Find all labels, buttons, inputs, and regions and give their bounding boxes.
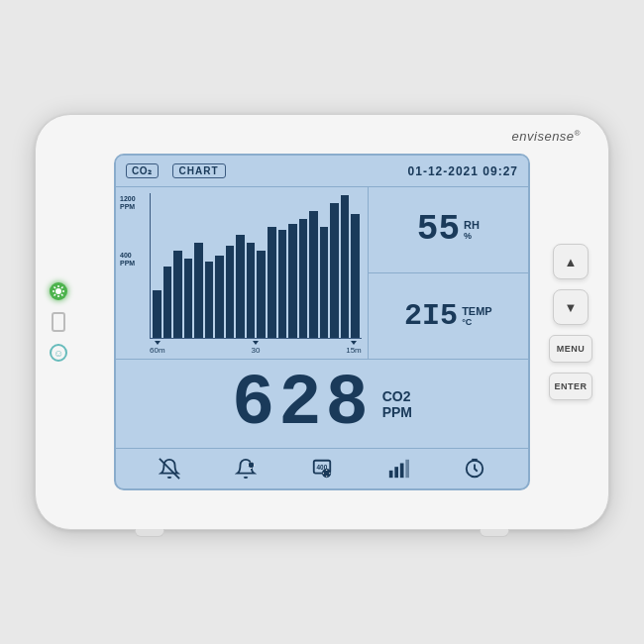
chart-area: 1200 PPM 400 PPM 60m — [116, 187, 369, 359]
temp-display: 2I5 TEMP °C — [369, 273, 528, 359]
svg-rect-22 — [389, 471, 393, 478]
chart-bar — [257, 251, 266, 338]
alarm-off-icon[interactable] — [156, 455, 183, 483]
co2-badge: CO₂ — [126, 163, 159, 178]
co2-unit: PPM — [382, 404, 412, 420]
chart-bar — [194, 243, 203, 338]
chart-bar — [205, 262, 214, 338]
temp-symbol: °C — [462, 317, 492, 327]
chart-x-labels: 60m 30 15m — [150, 341, 362, 355]
timer-icon[interactable] — [461, 455, 488, 483]
chart-bar — [163, 267, 172, 338]
chart-y-labels: 1200 PPM 400 PPM — [120, 195, 136, 268]
x-label-15m: 15m — [346, 341, 362, 355]
x-label-30: 30 — [251, 341, 260, 355]
chart-bar — [351, 214, 360, 338]
svg-rect-23 — [394, 467, 398, 478]
chart-bar — [299, 219, 308, 338]
alarm-settings-icon[interactable] — [232, 455, 260, 483]
svg-line-8 — [54, 294, 56, 296]
svg-line-5 — [54, 287, 56, 289]
humidity-display: 55 RH % — [369, 187, 528, 273]
chart-bar — [330, 203, 339, 338]
humidity-symbol: % — [464, 231, 480, 241]
datetime-display: 01-12-2021 09:27 — [408, 164, 518, 178]
enter-button[interactable]: ENTER — [549, 373, 592, 400]
chart-bar — [153, 290, 161, 338]
x-label-60m: 60m — [150, 341, 165, 355]
screen-bottombar: 400 — [116, 449, 528, 488]
smiley-indicator: ☺ — [50, 344, 67, 362]
svg-point-0 — [55, 288, 61, 294]
chart-bar — [247, 243, 256, 338]
y-label-bottom: 400 PPM — [120, 252, 136, 267]
chart-bar — [288, 224, 297, 338]
chart-bar — [278, 230, 287, 338]
co2-reading: 628 CO2 PPM — [116, 360, 528, 449]
menu-button[interactable]: MENU — [549, 335, 592, 363]
rect-indicator — [52, 312, 65, 332]
svg-line-6 — [61, 294, 63, 296]
foot-right — [480, 529, 509, 537]
chart-bar — [320, 227, 329, 338]
temp-value: 2I5 — [404, 301, 458, 331]
chart-bar — [226, 246, 235, 338]
stats-area: 55 RH % 2I5 TEMP °C — [369, 187, 528, 359]
humidity-value: 55 — [417, 212, 460, 248]
foot-left — [135, 529, 164, 537]
screen-topbar: CO₂ CHART 01-12-2021 09:27 — [116, 156, 528, 187]
temp-unit: TEMP — [462, 305, 492, 317]
humidity-unit-block: RH % — [464, 219, 480, 241]
svg-rect-25 — [405, 460, 409, 478]
chart-bar — [309, 211, 318, 338]
co2-labels: CO2 PPM — [382, 388, 412, 420]
calibration-icon[interactable]: 400 — [308, 455, 336, 483]
left-indicators: ☺ — [50, 282, 67, 362]
chart-icon[interactable] — [384, 455, 412, 483]
screen-middle: 1200 PPM 400 PPM 60m — [116, 187, 528, 360]
co2-label: CO2 — [382, 388, 412, 404]
down-button[interactable]: ▼ — [553, 289, 589, 325]
svg-line-9 — [160, 459, 179, 479]
main-screen: CO₂ CHART 01-12-2021 09:27 1200 PPM 400 … — [114, 154, 530, 490]
y-label-top: 1200 PPM — [120, 195, 136, 210]
svg-point-10 — [249, 463, 255, 469]
chart-bar — [341, 195, 350, 338]
up-button[interactable]: ▲ — [553, 244, 589, 279]
humidity-unit: RH — [464, 219, 480, 231]
sun-indicator — [50, 282, 67, 300]
chart-bar — [173, 251, 182, 338]
chart-bar — [236, 235, 245, 338]
chart-bar — [215, 256, 224, 338]
chart-bar — [184, 259, 193, 338]
right-buttons: ▲ ▼ MENU ENTER — [549, 244, 592, 400]
svg-line-7 — [61, 287, 63, 289]
brand-label: envisense® — [512, 129, 581, 144]
device-body: envisense® ☺ CO₂ CHART 01 — [35, 114, 609, 530]
co2-value: 628 — [232, 369, 373, 440]
chart-canvas — [150, 193, 362, 339]
svg-point-17 — [323, 470, 330, 477]
chart-bar — [268, 227, 276, 338]
temp-unit-block: TEMP °C — [462, 305, 492, 327]
svg-rect-24 — [400, 464, 404, 479]
chart-badge: CHART — [172, 163, 226, 178]
bars — [151, 193, 362, 338]
